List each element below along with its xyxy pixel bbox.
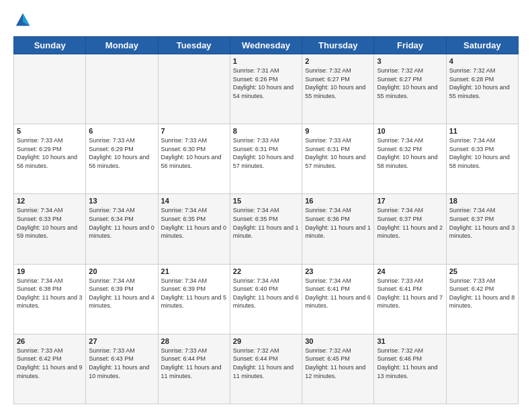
calendar-cell [86,54,158,124]
day-number: 11 [449,127,515,135]
calendar-week-3: 12Sunrise: 7:34 AMSunset: 6:33 PMDayligh… [14,194,519,264]
day-number: 18 [449,197,515,205]
day-info: Sunrise: 7:33 AMSunset: 6:43 PMDaylight:… [89,347,154,380]
day-number: 9 [305,127,371,135]
calendar-cell: 14Sunrise: 7:34 AMSunset: 6:35 PMDayligh… [158,194,230,264]
day-number: 6 [89,127,154,135]
day-number: 16 [305,197,371,205]
calendar-cell [446,334,518,404]
day-info: Sunrise: 7:31 AMSunset: 6:26 PMDaylight:… [233,66,299,100]
day-number: 4 [449,57,515,65]
day-info: Sunrise: 7:32 AMSunset: 6:27 PMDaylight:… [377,66,443,100]
day-info: Sunrise: 7:34 AMSunset: 6:40 PMDaylight:… [233,277,299,310]
calendar-cell: 8Sunrise: 7:33 AMSunset: 6:31 PMDaylight… [230,124,302,194]
day-info: Sunrise: 7:34 AMSunset: 6:35 PMDaylight:… [161,206,227,240]
day-number: 15 [233,197,299,205]
calendar-week-5: 26Sunrise: 7:33 AMSunset: 6:42 PMDayligh… [14,334,519,404]
day-number: 30 [305,337,371,345]
calendar-cell: 17Sunrise: 7:34 AMSunset: 6:37 PMDayligh… [374,194,446,264]
calendar-cell: 18Sunrise: 7:34 AMSunset: 6:37 PMDayligh… [446,194,518,264]
page: SundayMondayTuesdayWednesdayThursdayFrid… [0,0,532,411]
calendar-header-wednesday: Wednesday [230,37,302,54]
day-info: Sunrise: 7:33 AMSunset: 6:30 PMDaylight:… [161,136,227,170]
day-info: Sunrise: 7:33 AMSunset: 6:31 PMDaylight:… [305,136,371,170]
day-number: 12 [17,197,83,205]
day-info: Sunrise: 7:34 AMSunset: 6:38 PMDaylight:… [17,277,83,310]
calendar-cell: 20Sunrise: 7:34 AMSunset: 6:39 PMDayligh… [86,264,158,334]
calendar-cell: 15Sunrise: 7:34 AMSunset: 6:35 PMDayligh… [230,194,302,264]
calendar-cell [158,54,230,124]
day-info: Sunrise: 7:34 AMSunset: 6:32 PMDaylight:… [377,136,443,170]
calendar-week-2: 5Sunrise: 7:33 AMSunset: 6:29 PMDaylight… [14,124,519,194]
day-info: Sunrise: 7:32 AMSunset: 6:46 PMDaylight:… [377,347,443,380]
header [13,11,519,30]
calendar-cell: 13Sunrise: 7:34 AMSunset: 6:34 PMDayligh… [86,194,158,264]
calendar-cell: 24Sunrise: 7:33 AMSunset: 6:41 PMDayligh… [374,264,446,334]
day-number: 8 [233,127,299,135]
day-info: Sunrise: 7:33 AMSunset: 6:44 PMDaylight:… [161,347,227,380]
day-number: 20 [89,267,154,275]
day-info: Sunrise: 7:34 AMSunset: 6:37 PMDaylight:… [377,206,443,240]
calendar-cell: 30Sunrise: 7:32 AMSunset: 6:45 PMDayligh… [302,334,374,404]
day-info: Sunrise: 7:32 AMSunset: 6:45 PMDaylight:… [305,347,371,380]
calendar-cell: 27Sunrise: 7:33 AMSunset: 6:43 PMDayligh… [86,334,158,404]
day-number: 19 [17,267,83,275]
day-number: 5 [17,127,83,135]
day-number: 1 [233,57,299,65]
day-info: Sunrise: 7:33 AMSunset: 6:29 PMDaylight:… [89,136,154,170]
calendar-cell: 4Sunrise: 7:32 AMSunset: 6:28 PMDaylight… [446,54,518,124]
calendar-header-sunday: Sunday [14,37,86,54]
day-info: Sunrise: 7:34 AMSunset: 6:34 PMDaylight:… [89,206,154,240]
calendar-cell [14,54,86,124]
calendar-header-thursday: Thursday [302,37,374,54]
calendar-cell: 26Sunrise: 7:33 AMSunset: 6:42 PMDayligh… [14,334,86,404]
day-number: 14 [161,197,227,205]
calendar-table: SundayMondayTuesdayWednesdayThursdayFrid… [13,36,519,404]
calendar-cell: 19Sunrise: 7:34 AMSunset: 6:38 PMDayligh… [14,264,86,334]
day-number: 24 [377,267,443,275]
calendar-header-saturday: Saturday [446,37,518,54]
day-number: 2 [305,57,371,65]
calendar-cell: 5Sunrise: 7:33 AMSunset: 6:29 PMDaylight… [14,124,86,194]
day-info: Sunrise: 7:34 AMSunset: 6:39 PMDaylight:… [161,277,227,310]
calendar-cell: 23Sunrise: 7:34 AMSunset: 6:41 PMDayligh… [302,264,374,334]
day-info: Sunrise: 7:33 AMSunset: 6:42 PMDaylight:… [17,347,83,380]
day-info: Sunrise: 7:34 AMSunset: 6:33 PMDaylight:… [449,136,515,170]
day-number: 28 [161,337,227,345]
logo [13,11,35,30]
calendar-header-friday: Friday [374,37,446,54]
calendar-cell: 21Sunrise: 7:34 AMSunset: 6:39 PMDayligh… [158,264,230,334]
calendar-cell: 29Sunrise: 7:32 AMSunset: 6:44 PMDayligh… [230,334,302,404]
calendar-cell: 7Sunrise: 7:33 AMSunset: 6:30 PMDaylight… [158,124,230,194]
day-number: 31 [377,337,443,345]
day-info: Sunrise: 7:33 AMSunset: 6:31 PMDaylight:… [233,136,299,170]
day-info: Sunrise: 7:33 AMSunset: 6:41 PMDaylight:… [377,277,443,310]
day-number: 25 [449,267,515,275]
day-info: Sunrise: 7:34 AMSunset: 6:37 PMDaylight:… [449,206,515,240]
calendar-header-tuesday: Tuesday [158,37,230,54]
day-info: Sunrise: 7:32 AMSunset: 6:28 PMDaylight:… [449,66,515,100]
day-number: 10 [377,127,443,135]
day-info: Sunrise: 7:32 AMSunset: 6:44 PMDaylight:… [233,347,299,380]
calendar-cell: 28Sunrise: 7:33 AMSunset: 6:44 PMDayligh… [158,334,230,404]
calendar-cell: 1Sunrise: 7:31 AMSunset: 6:26 PMDaylight… [230,54,302,124]
calendar-cell: 10Sunrise: 7:34 AMSunset: 6:32 PMDayligh… [374,124,446,194]
calendar-cell: 3Sunrise: 7:32 AMSunset: 6:27 PMDaylight… [374,54,446,124]
day-number: 26 [17,337,83,345]
calendar-cell: 16Sunrise: 7:34 AMSunset: 6:36 PMDayligh… [302,194,374,264]
calendar-cell: 11Sunrise: 7:34 AMSunset: 6:33 PMDayligh… [446,124,518,194]
day-number: 21 [161,267,227,275]
day-info: Sunrise: 7:34 AMSunset: 6:35 PMDaylight:… [233,206,299,240]
day-info: Sunrise: 7:33 AMSunset: 6:29 PMDaylight:… [17,136,83,170]
day-info: Sunrise: 7:34 AMSunset: 6:41 PMDaylight:… [305,277,371,310]
day-number: 29 [233,337,299,345]
day-number: 3 [377,57,443,65]
calendar-cell: 6Sunrise: 7:33 AMSunset: 6:29 PMDaylight… [86,124,158,194]
calendar-week-4: 19Sunrise: 7:34 AMSunset: 6:38 PMDayligh… [14,264,519,334]
day-info: Sunrise: 7:32 AMSunset: 6:27 PMDaylight:… [305,66,371,100]
calendar-week-1: 1Sunrise: 7:31 AMSunset: 6:26 PMDaylight… [14,54,519,124]
calendar-cell: 22Sunrise: 7:34 AMSunset: 6:40 PMDayligh… [230,264,302,334]
calendar-cell: 9Sunrise: 7:33 AMSunset: 6:31 PMDaylight… [302,124,374,194]
calendar-cell: 31Sunrise: 7:32 AMSunset: 6:46 PMDayligh… [374,334,446,404]
day-info: Sunrise: 7:33 AMSunset: 6:42 PMDaylight:… [449,277,515,310]
